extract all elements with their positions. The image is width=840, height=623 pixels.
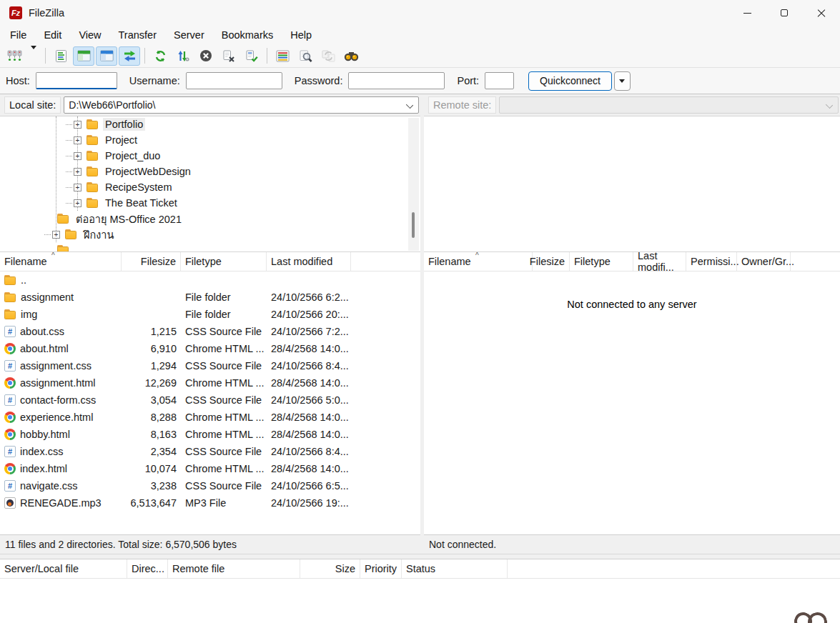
host-input[interactable] — [36, 72, 117, 89]
port-input[interactable] — [485, 72, 514, 89]
filetype: CSS Source File — [181, 446, 267, 457]
remote-column-permissi-[interactable]: Permissi... — [686, 252, 737, 271]
local-column-filename[interactable]: Filename^ — [0, 252, 122, 271]
local-tree-toggle-icon — [77, 50, 91, 61]
tree-item-partial[interactable] — [0, 242, 420, 251]
menu-view[interactable]: View — [70, 27, 109, 43]
folder-icon — [4, 309, 16, 319]
maximize-button[interactable] — [766, 0, 803, 26]
folder-icon — [4, 292, 16, 302]
expand-icon[interactable]: + — [74, 152, 81, 160]
tree-item--[interactable]: +ฝึกงาน — [0, 226, 420, 242]
disconnect-button[interactable] — [218, 46, 239, 66]
queue-column-server-local-file[interactable]: Server/Local file — [0, 559, 127, 578]
process-queue-button[interactable] — [172, 46, 194, 66]
file-row-assignment-html[interactable]: assignment.html12,269Chrome HTML ...28/4… — [0, 374, 420, 392]
filename: img — [21, 309, 37, 320]
menu-edit[interactable]: Edit — [35, 27, 70, 43]
remote-column-filesize[interactable]: Filesize — [533, 252, 570, 271]
tree-item-the-beat-ticket[interactable]: +The Beat Ticket — [0, 195, 420, 211]
file-row-img[interactable]: imgFile folder24/10/2566 20:... — [0, 306, 420, 323]
expand-icon[interactable]: + — [74, 199, 81, 207]
tree-item-project[interactable]: +Project — [0, 132, 420, 148]
expand-icon[interactable]: + — [74, 136, 81, 144]
transfer-queue-body — [0, 579, 840, 623]
minimize-button[interactable] — [728, 0, 766, 26]
queue-column-status[interactable]: Status — [402, 559, 508, 578]
tree-item-label — [74, 249, 78, 251]
remote-column-owner-gr-[interactable]: Owner/Gr... — [737, 252, 791, 271]
site-manager-dropdown-button[interactable] — [26, 46, 41, 66]
local-column-last-modified[interactable]: Last modified — [267, 252, 351, 271]
window-title: FileZilla — [29, 7, 64, 19]
cursor-artifact — [794, 617, 827, 623]
tree-item-projectwebdesign[interactable]: +ProjectWebDesign — [0, 164, 420, 179]
menu-bookmarks[interactable]: Bookmarks — [213, 27, 282, 43]
cancel-button[interactable] — [195, 46, 217, 66]
transfer-queue-toggle-button[interactable] — [119, 46, 140, 66]
file-row-contact-form-css[interactable]: #contact-form.css3,054CSS Source File24/… — [0, 392, 420, 409]
file-row-about-html[interactable]: about.html6,910Chrome HTML ...28/4/2568 … — [0, 340, 420, 357]
local-column-filesize[interactable]: Filesize — [122, 252, 181, 271]
file-row--[interactable]: .. — [0, 271, 420, 289]
site-manager-button[interactable] — [4, 46, 25, 66]
file-search-button[interactable] — [295, 46, 316, 66]
file-row-about-css[interactable]: #about.css1,215CSS Source File24/10/2566… — [0, 323, 420, 340]
tree-item--ms-office-2021[interactable]: ต่ออายุ MS-Office 2021 — [0, 211, 420, 226]
tree-item-project-duo[interactable]: +Project_duo — [0, 148, 420, 164]
expand-icon[interactable]: + — [74, 168, 81, 176]
local-tree-toggle-button[interactable] — [73, 46, 94, 66]
file-row-renegade-mp3[interactable]: RENEGADE.mp36,513,647MP3 File24/10/2566 … — [0, 494, 420, 512]
queue-column-priority[interactable]: Priority — [360, 559, 402, 578]
quickconnect-dropdown-button[interactable] — [614, 71, 631, 91]
remote-tree-toggle-button[interactable] — [96, 46, 117, 66]
menu-help[interactable]: Help — [282, 27, 320, 43]
filename: about.html — [20, 343, 69, 354]
toolbar-separator — [267, 48, 267, 64]
queue-column-size[interactable]: Size — [300, 559, 360, 578]
remote-column-filetype[interactable]: Filetype — [570, 252, 633, 271]
expand-icon[interactable]: + — [74, 121, 81, 129]
main-panes: Local site: D:\Web66\Portfolio\ +Portfol… — [0, 94, 840, 554]
last-modified: 24/10/2566 8:4... — [267, 446, 351, 457]
tree-item-portfolio[interactable]: +Portfolio — [0, 116, 420, 132]
transfer-queue-header: Server/Local fileDirec...Remote fileSize… — [0, 559, 840, 579]
menu-server[interactable]: Server — [165, 27, 213, 43]
directory-comparison-button[interactable] — [340, 46, 362, 66]
horizontal-splitter[interactable] — [0, 554, 840, 559]
remote-column-filename[interactable]: Filename^ — [424, 252, 533, 271]
filezilla-window: Fz FileZilla FileEditViewTransferServerB… — [0, 0, 840, 623]
password-input[interactable] — [348, 72, 445, 89]
last-modified: 24/10/2566 6:2... — [267, 291, 351, 303]
remote-column-last-modifi-[interactable]: Last modifi... — [633, 252, 686, 271]
expand-icon[interactable]: + — [74, 184, 81, 191]
message-log-button[interactable] — [50, 46, 71, 66]
file-row-experience-html[interactable]: experience.html8,288Chrome HTML ...28/4/… — [0, 409, 420, 426]
reconnect-button[interactable] — [241, 46, 262, 66]
refresh-button[interactable] — [149, 46, 171, 66]
local-site-combobox[interactable]: D:\Web66\Portfolio\ — [64, 96, 419, 114]
filename: .. — [21, 274, 26, 286]
menu-file[interactable]: File — [1, 27, 35, 43]
filter-button[interactable] — [272, 46, 293, 66]
queue-column-remote-file[interactable]: Remote file — [168, 559, 300, 578]
tree-item-recipesystem[interactable]: +RecipeSystem — [0, 179, 420, 195]
chevron-down-icon — [619, 79, 625, 83]
file-row-assignment-css[interactable]: #assignment.css1,294CSS Source File24/10… — [0, 357, 420, 374]
host-label: Host: — [6, 75, 30, 86]
file-row-navigate-css[interactable]: #navigate.css3,238CSS Source File24/10/2… — [0, 477, 420, 494]
local-file-list: ..assignmentFile folder24/10/2566 6:2...… — [0, 271, 420, 534]
close-button[interactable] — [803, 0, 840, 26]
quickconnect-button[interactable]: Quickconnect — [528, 71, 612, 91]
menu-transfer[interactable]: Transfer — [110, 27, 165, 43]
file-row-index-html[interactable]: index.html10,074Chrome HTML ...28/4/2568… — [0, 460, 420, 477]
username-input[interactable] — [186, 72, 282, 89]
local-column-filetype[interactable]: Filetype — [181, 252, 267, 271]
queue-column-direc-[interactable]: Direc... — [127, 559, 168, 578]
file-row-index-css[interactable]: #index.css2,354CSS Source File24/10/2566… — [0, 443, 420, 460]
file-row-hobby-html[interactable]: hobby.html8,163Chrome HTML ...28/4/2568 … — [0, 426, 420, 443]
file-search-icon — [299, 49, 312, 63]
expand-icon[interactable]: + — [52, 231, 60, 239]
file-row-assignment[interactable]: assignmentFile folder24/10/2566 6:2... — [0, 289, 420, 306]
close-icon — [817, 9, 826, 17]
